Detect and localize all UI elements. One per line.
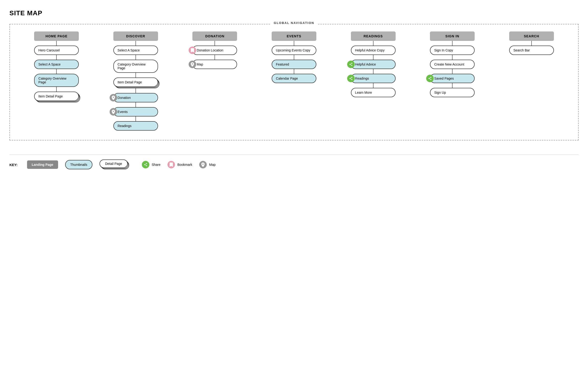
header-readings: READINGS <box>351 32 396 41</box>
node-item-detail-home: Item Detail Page <box>34 92 79 101</box>
map-icon-donation <box>110 94 117 101</box>
key-item-bookmark: Bookmark <box>168 161 192 168</box>
connector <box>56 87 57 92</box>
svg-point-1 <box>350 64 350 65</box>
connector <box>135 116 136 121</box>
key-map-icon <box>199 161 207 168</box>
columns: HOME PAGE Hero Carousel Select A Space C… <box>17 32 571 131</box>
svg-point-15 <box>146 163 147 164</box>
column-discover: DISCOVER Select A Space Category Overvie… <box>96 32 175 131</box>
header-sign-in: SIGN IN <box>430 32 475 41</box>
connector <box>452 55 453 60</box>
share-icon-helpful-advice <box>347 61 355 68</box>
map-icon-events <box>110 108 117 115</box>
node-donation-location-wrap: Donation Location <box>192 46 237 55</box>
key-share-icon <box>142 161 149 168</box>
connector <box>56 41 57 46</box>
svg-point-10 <box>430 77 431 78</box>
svg-point-11 <box>429 78 429 79</box>
svg-point-6 <box>350 78 350 79</box>
connector <box>452 83 453 88</box>
connector <box>294 69 294 74</box>
node-donation-disc-wrap: Donation <box>113 93 158 102</box>
column-search: SEARCH Search Bar <box>492 32 571 55</box>
key-section: KEY: Landing Page Thumbnails Detail Page… <box>9 154 579 170</box>
connector <box>56 55 57 60</box>
svg-point-16 <box>144 164 145 165</box>
svg-line-14 <box>429 77 431 78</box>
key-item-thumbnails: Thumbnails <box>65 160 92 169</box>
node-readings-wrap: Readings <box>351 74 396 83</box>
column-readings: READINGS Helpful Advice Copy Helpful Adv… <box>334 32 413 97</box>
share-icon-saved-pages <box>426 75 434 82</box>
connector <box>135 41 136 46</box>
connector <box>214 41 215 46</box>
key-bookmark-label: Bookmark <box>177 163 192 167</box>
key-item-map: Map <box>199 161 215 168</box>
svg-line-8 <box>350 79 351 79</box>
node-events-disc-wrap: Events <box>113 107 158 116</box>
node-category-overview-disc: Category Overview Page <box>113 60 158 73</box>
connector <box>56 69 57 74</box>
svg-line-19 <box>145 164 146 164</box>
column-donation: DONATION Donation Location Ma <box>175 32 254 69</box>
connector <box>373 41 374 46</box>
connector <box>373 83 374 88</box>
node-calendar-page: Calendar Page <box>272 74 316 83</box>
connector <box>531 41 532 46</box>
bookmark-icon-donation <box>189 46 196 54</box>
connector <box>294 41 294 46</box>
svg-line-18 <box>145 165 146 166</box>
node-helpful-advice: Helpful Advice <box>351 60 396 69</box>
svg-line-9 <box>350 77 351 78</box>
svg-line-3 <box>350 65 351 65</box>
node-hero-carousel: Hero Carousel <box>34 46 79 55</box>
svg-point-0 <box>351 63 352 64</box>
header-search: SEARCH <box>509 32 554 41</box>
node-sign-in-copy: Sign In Copy <box>430 46 475 55</box>
key-map-label: Map <box>209 163 215 167</box>
share-icon-readings <box>347 75 355 82</box>
node-learn-more: Learn More <box>351 88 396 97</box>
header-home-page: HOME PAGE <box>34 32 79 41</box>
header-events: EVENTS <box>272 32 316 41</box>
key-share-label: Share <box>152 163 160 167</box>
svg-point-5 <box>351 77 352 78</box>
node-category-overview-home: Category Overview Page <box>34 74 79 87</box>
column-events: EVENTS Upcoming Events Copy Featured Cal… <box>254 32 334 83</box>
svg-point-17 <box>146 165 147 166</box>
node-donation-location: Donation Location <box>192 46 237 55</box>
connector <box>294 55 294 60</box>
node-helpful-advice-wrap: Helpful Advice <box>351 60 396 69</box>
key-node-detail-page: Detail Page <box>100 159 130 170</box>
node-helpful-advice-copy: Helpful Advice Copy <box>351 46 396 55</box>
node-featured: Featured <box>272 60 316 69</box>
node-saved-pages: Saved Pages <box>430 74 475 83</box>
key-item-landing: Landing Page <box>27 160 58 169</box>
map-icon-map <box>189 61 196 68</box>
svg-point-2 <box>351 65 352 66</box>
key-item-share: Share <box>142 161 160 168</box>
header-discover: DISCOVER <box>113 32 158 41</box>
node-item-detail-disc: Item Detail Page <box>113 77 158 87</box>
connector <box>452 41 453 46</box>
site-map-container: GLOBAL NAVIGATION HOME PAGE Hero Carouse… <box>9 24 579 140</box>
node-readings: Readings <box>351 74 396 83</box>
node-map-donation-wrap: Map <box>192 60 237 69</box>
connector <box>214 55 215 60</box>
svg-line-13 <box>429 79 431 79</box>
connector <box>373 55 374 60</box>
key-bookmark-icon <box>168 161 175 168</box>
node-saved-pages-wrap: Saved Pages <box>430 74 475 83</box>
connector <box>373 69 374 74</box>
key-item-detail: Detail Page <box>100 159 130 170</box>
key-label: KEY: <box>9 163 18 167</box>
column-home-page: HOME PAGE Hero Carousel Select A Space C… <box>17 32 96 101</box>
connector <box>452 69 453 74</box>
node-create-new-account: Create New Account <box>430 60 475 69</box>
svg-point-12 <box>430 79 431 80</box>
column-sign-in: SIGN IN Sign In Copy Create New Account <box>413 32 492 97</box>
key-node-landing-page: Landing Page <box>27 160 58 169</box>
node-events-disc: Events <box>113 107 158 116</box>
svg-line-4 <box>350 63 351 64</box>
